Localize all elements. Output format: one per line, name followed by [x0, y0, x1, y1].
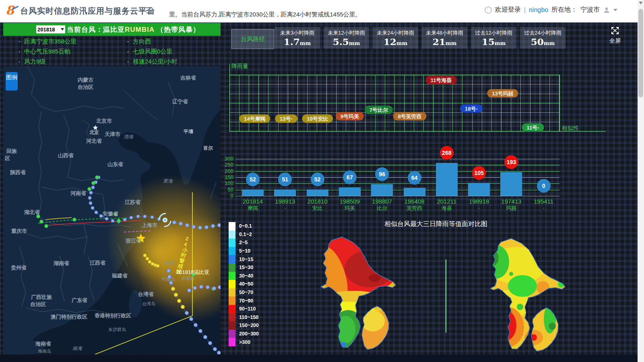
- x-axis-code: 195411: [528, 198, 560, 205]
- value-balloon: 64: [408, 171, 421, 185]
- map-label: 钓鱼岛: [161, 277, 175, 282]
- typhoon-map[interactable]: 图例: [3, 66, 221, 354]
- page-title: 台风实时信息防汛应用与服务云平台: [20, 6, 155, 16]
- chevron-down-icon[interactable]: [613, 9, 617, 13]
- location-value: 宁波市: [580, 6, 600, 14]
- username-link[interactable]: ningbo: [529, 6, 548, 14]
- track-point: [186, 224, 189, 227]
- legend-range-label: 2~5: [239, 240, 248, 245]
- stat-unit: mm: [544, 40, 555, 46]
- rainfall-bar-chart: 05010015020025030052201814摩羯51198913-522…: [229, 141, 620, 220]
- track-point: [148, 260, 151, 263]
- map-label: 南海: [72, 346, 83, 351]
- x-axis-code: 196408: [398, 198, 431, 205]
- legend-range-label: 50~70: [239, 290, 253, 295]
- track-point: [91, 186, 95, 189]
- map-label: 天津市: [104, 131, 120, 137]
- current-typhoon-bar: 201818 当前台风：温比亚RUMBIA （热带风暴）: [3, 23, 221, 36]
- map-label: 黄海: [163, 178, 173, 184]
- comparison-title: 相似台风最大三日降雨等值面对比图: [341, 220, 530, 228]
- legend-swatch: [229, 288, 235, 297]
- track-point: [95, 176, 99, 179]
- typhoon-badge[interactable]: 14号摩羯: [239, 115, 270, 123]
- fullscreen-button[interactable]: 全屏: [606, 26, 624, 47]
- stat-value: 15: [482, 36, 495, 47]
- typhoon-stat-item: 移速24公里/小时: [112, 57, 221, 67]
- typhoon-badge[interactable]: 11号海葵: [426, 76, 457, 84]
- typhoon-badge[interactable]: 8号芙劳西: [393, 112, 426, 121]
- typhoon-badge[interactable]: 11号-: [522, 123, 544, 132]
- value-balloon: 52: [246, 173, 260, 186]
- map-label: 吉林省: [180, 75, 196, 81]
- track-point: [156, 264, 159, 267]
- track-point: [40, 220, 43, 224]
- map-label: 上海市: [142, 222, 157, 228]
- track-point: [45, 224, 48, 228]
- stat-unit: mm: [446, 40, 457, 46]
- x-axis-name: 比尔: [366, 205, 398, 212]
- rainfall-bar: [436, 163, 458, 196]
- legend-row: 0.1~2: [229, 230, 259, 239]
- menu-icon[interactable]: ☰: [146, 6, 153, 15]
- typhoon-stat-item: 七级风圈0公里: [112, 47, 221, 57]
- legend-swatch: [229, 338, 235, 346]
- x-axis-code: 198509: [334, 198, 366, 205]
- legend-row: 90~110: [229, 305, 259, 313]
- track-point: [181, 305, 185, 309]
- x-axis-code: 198918: [463, 198, 495, 205]
- typhoon-badge[interactable]: 9号玛美: [336, 112, 364, 121]
- china-map[interactable]: 24小时警戒线 内蒙古自治区吉林省辽宁省北京市北京天津市河北省平壤渤海首尔山西省…: [3, 66, 221, 354]
- x-axis-name: -: [528, 205, 560, 211]
- user-icon[interactable]: [603, 6, 610, 14]
- map-label: 河南省: [70, 190, 87, 196]
- stat-label: 未来12小时降雨: [324, 29, 369, 37]
- scroll-up-icon[interactable]: [639, 2, 643, 6]
- legend-swatch: [229, 239, 235, 247]
- rain-stat-cards: 未来3小时降雨 1.7mm 未来12小时降雨 5.5mm 未来24小时降雨 12…: [275, 27, 566, 49]
- rainfall-bar: [371, 184, 393, 196]
- map-label: 东沙群岛: [108, 327, 126, 332]
- x-axis-name: -: [463, 205, 495, 211]
- dashboard: 201818 当前台风：温比亚RUMBIA （热带风暴） 距离宁波市358公里方…: [0, 22, 638, 362]
- chevron-down-icon: [61, 28, 64, 32]
- map-legend-button[interactable]: 图例: [6, 72, 18, 90]
- rainfall-bar: [468, 183, 490, 196]
- scrollbar-thumb[interactable]: [638, 9, 643, 97]
- track-point: [123, 218, 126, 221]
- typhoon-badge[interactable]: 18号-: [460, 105, 483, 113]
- track-point: [171, 287, 175, 291]
- rain-stat-card: 过去12小时降雨 15mm: [471, 27, 516, 49]
- track-point: [199, 329, 202, 333]
- typhoon-badge[interactable]: 13号-: [275, 115, 297, 123]
- typhoon-category: （热带风暴）: [157, 26, 200, 33]
- map-label: 北京: [89, 130, 99, 135]
- typhoon-badge[interactable]: 7号比尔: [365, 106, 393, 114]
- app-logo: 8: [6, 3, 19, 19]
- track-point: [151, 216, 154, 219]
- typhoon-select[interactable]: 201818: [36, 25, 65, 33]
- page-scrollbar[interactable]: [638, 0, 644, 362]
- typhoon-badge[interactable]: 10号安比: [302, 115, 333, 123]
- y-axis-tick: 200: [222, 168, 233, 174]
- map-label: 海南省: [35, 341, 52, 347]
- welcome-login-link[interactable]: 欢迎登录: [495, 6, 521, 14]
- map-label: 重庆市: [11, 228, 27, 234]
- track-point: [213, 287, 216, 290]
- rain-stat-card: 未来48小时降雨 21mm: [422, 27, 467, 49]
- track-point: [143, 254, 147, 257]
- legend-range-label: 0.1~2: [239, 232, 252, 237]
- rainfall-bar: [274, 189, 296, 196]
- typhoon-badge[interactable]: 13号玛丽: [487, 89, 518, 98]
- contour-map-right: [470, 235, 572, 354]
- legend-range-label: 70~90: [239, 298, 253, 304]
- map-label: 澳门特别行政区: [50, 314, 87, 320]
- map-label: 回族: [6, 148, 17, 154]
- map-label: 湖北省: [24, 209, 40, 215]
- typhoon-path-button[interactable]: 台风路径: [231, 29, 274, 49]
- stat-label: 过去24小时降雨: [520, 29, 566, 37]
- rainfall-bar: [339, 187, 361, 196]
- typhoon-select-value: 201818: [37, 27, 55, 33]
- value-balloon: 268: [440, 146, 454, 160]
- legend-row: 15~30: [229, 263, 259, 272]
- stat-label: 过去12小时降雨: [471, 29, 516, 37]
